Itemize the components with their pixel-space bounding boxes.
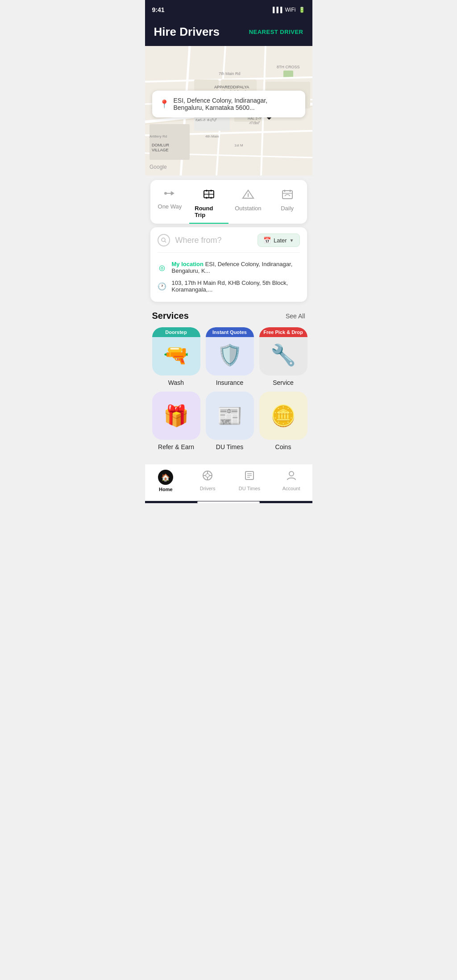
service-icon-wrap-coins: 🪙 <box>259 392 307 440</box>
divider <box>158 252 300 253</box>
svg-rect-18 <box>150 124 190 160</box>
service-emoji-service: 🔧 <box>270 343 296 367</box>
nearest-driver-button[interactable]: NEAREST DRIVER <box>249 29 303 35</box>
trip-tabs: One Way Round Trip <box>150 183 307 224</box>
service-item-coins[interactable]: 🪙 Coins <box>259 392 307 450</box>
tab-one-way-label: One Way <box>158 203 182 210</box>
services-grid: Doorstep 🔫 Wash Instant Quotes 🛡️ Insura… <box>152 327 305 450</box>
service-icon-wrap-wash: Doorstep 🔫 <box>152 327 200 375</box>
tab-outstation[interactable]: Outstation <box>228 186 268 224</box>
nav-drivers[interactable]: Drivers <box>187 470 228 492</box>
svg-point-57 <box>162 238 165 242</box>
my-location-suggestion[interactable]: ◎ My location ESI, Defence Colony, Indir… <box>158 258 300 277</box>
tab-daily[interactable]: Daily <box>268 186 307 224</box>
service-icon-wrap-service: Free Pick & Drop 🔧 <box>259 327 307 375</box>
svg-point-48 <box>210 197 212 199</box>
battery-icon: 🔋 <box>299 7 305 13</box>
service-label-wash: Wash <box>168 379 184 386</box>
outstation-icon <box>242 189 254 202</box>
service-emoji-wash: 🔫 <box>163 343 189 367</box>
tab-one-way[interactable]: One Way <box>150 186 190 224</box>
service-icon-wrap-refer: 🎁 <box>152 392 200 440</box>
home-icon-wrap: 🏠 <box>158 470 173 485</box>
account-icon <box>286 470 297 484</box>
svg-point-69 <box>289 471 294 476</box>
svg-point-47 <box>206 197 208 199</box>
recent-location-icon: 🕐 <box>158 282 166 291</box>
location-bar-text: ESI, Defence Colony, Indiranagar, Bengal… <box>174 97 298 111</box>
one-way-icon <box>163 189 176 200</box>
status-bar: 9:41 ▐▐▐ WiFi 🔋 <box>145 0 312 20</box>
nav-account-label: Account <box>283 486 300 491</box>
calendar-icon: 📅 <box>263 237 271 244</box>
round-trip-icon <box>202 189 216 202</box>
svg-point-45 <box>206 190 208 192</box>
recent-location-suggestion[interactable]: 🕐 103, 17th H Main Rd, KHB Colony, 5th B… <box>158 277 300 296</box>
recent-location-text: 103, 17th H Main Rd, KHB Colony, 5th Blo… <box>172 279 300 293</box>
later-btn-text: Later <box>274 237 287 244</box>
home-icon: 🏠 <box>161 473 170 482</box>
my-location-text: My location ESI, Defence Colony, Indiran… <box>172 261 300 274</box>
service-icon-wrap-dutimes: 📰 <box>206 392 254 440</box>
svg-text:Artillery Rd: Artillery Rd <box>150 134 167 138</box>
nav-home[interactable]: 🏠 Home <box>145 470 187 492</box>
service-label-dutimes: DU Times <box>216 443 243 450</box>
service-label-refer: Refer & Earn <box>158 443 194 450</box>
tab-round-trip-label: Round Trip <box>195 205 223 218</box>
svg-point-42 <box>164 192 167 195</box>
service-item-insurance[interactable]: Instant Quotes 🛡️ Insurance <box>206 327 254 386</box>
chevron-down-icon: ▼ <box>290 238 294 243</box>
services-title: Services <box>152 311 189 321</box>
tab-round-trip[interactable]: Round Trip <box>189 186 228 224</box>
wifi-icon: WiFi <box>285 7 296 13</box>
svg-text:8TH CROSS: 8TH CROSS <box>277 65 300 69</box>
later-button[interactable]: 📅 Later ▼ <box>258 234 300 247</box>
dutimes-nav-icon <box>244 470 255 484</box>
tab-daily-label: Daily <box>281 205 294 212</box>
location-pin-icon: 📍 <box>159 99 169 109</box>
service-emoji-refer: 🎁 <box>163 404 189 428</box>
nav-dutimes[interactable]: DU Times <box>228 470 270 492</box>
svg-text:ದೂಪನಹಳ್ಳಿ: ದೂಪನಹಳ್ಳಿ <box>195 118 217 122</box>
svg-text:DOMLUR: DOMLUR <box>152 143 170 147</box>
my-location-icon: ◎ <box>158 263 166 272</box>
svg-text:4th Main: 4th Main <box>205 134 219 138</box>
where-from-placeholder[interactable]: Where from? <box>175 236 252 245</box>
service-badge-service: Free Pick & Drop <box>259 327 307 337</box>
status-icons: ▐▐▐ WiFi 🔋 <box>271 7 305 13</box>
service-badge-insurance: Instant Quotes <box>206 327 254 337</box>
services-header: Services See All <box>152 311 305 321</box>
service-icon-wrap-insurance: Instant Quotes 🛡️ <box>206 327 254 375</box>
svg-text:7th Main Rd: 7th Main Rd <box>219 71 241 76</box>
daily-icon <box>282 189 293 202</box>
service-label-coins: Coins <box>275 443 291 450</box>
svg-text:VILLAGE: VILLAGE <box>152 148 169 152</box>
svg-line-58 <box>165 241 166 242</box>
nav-account[interactable]: Account <box>270 470 312 492</box>
svg-point-46 <box>210 190 212 192</box>
home-indicator-bar <box>197 501 260 503</box>
location-bar[interactable]: 📍 ESI, Defence Colony, Indiranagar, Beng… <box>152 91 305 117</box>
service-item-dutimes[interactable]: 📰 DU Times <box>206 392 254 450</box>
header: Hire Drivers NEAREST DRIVER <box>145 20 312 46</box>
search-row: Where from? 📅 Later ▼ <box>158 234 300 247</box>
nav-home-label: Home <box>159 487 173 492</box>
search-card: Where from? 📅 Later ▼ ◎ My location ESI,… <box>150 227 307 302</box>
service-label-insurance: Insurance <box>216 379 243 386</box>
spacer <box>145 455 312 464</box>
signal-icon: ▐▐▐ <box>271 7 283 13</box>
tab-outstation-label: Outstation <box>235 205 261 212</box>
see-all-button[interactable]: See All <box>286 313 305 320</box>
svg-point-60 <box>206 474 209 477</box>
service-item-service[interactable]: Free Pick & Drop 🔧 Service <box>259 327 307 386</box>
service-label-service: Service <box>273 379 294 386</box>
service-item-wash[interactable]: Doorstep 🔫 Wash <box>152 327 200 386</box>
drivers-icon <box>202 470 213 484</box>
svg-text:APPAREDDIPALYA: APPAREDDIPALYA <box>214 85 249 89</box>
nav-dutimes-label: DU Times <box>239 486 260 491</box>
search-circle-icon <box>158 234 170 246</box>
service-item-refer[interactable]: 🎁 Refer & Earn <box>152 392 200 450</box>
services-section: Services See All Doorstep 🔫 Wash Instant… <box>145 302 312 455</box>
bottom-indicator <box>145 501 312 503</box>
service-badge-wash: Doorstep <box>152 327 200 337</box>
